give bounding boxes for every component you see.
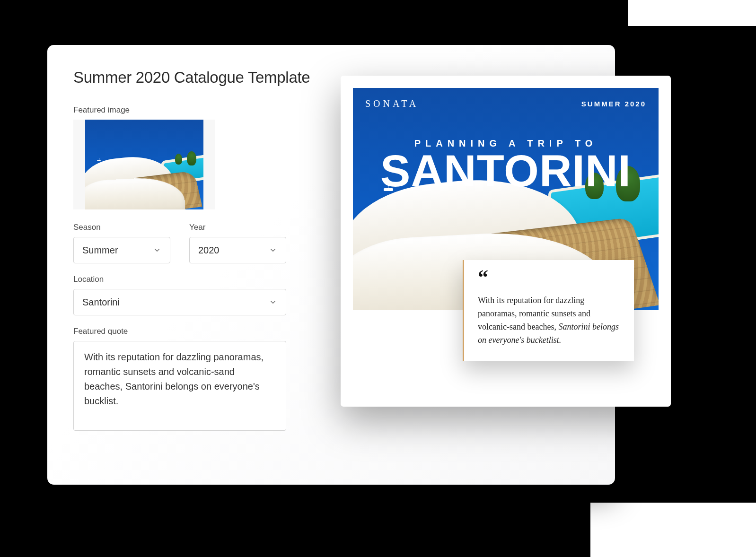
season-label: Season bbox=[73, 223, 170, 232]
year-label: Year bbox=[189, 223, 286, 232]
featured-quote-textarea[interactable] bbox=[73, 341, 286, 431]
preview-brand: SONATA bbox=[365, 98, 419, 109]
location-select[interactable]: Santorini bbox=[73, 289, 286, 315]
preview-quote-text: With its reputation for dazzling panoram… bbox=[478, 294, 620, 347]
featured-image-picker[interactable] bbox=[73, 120, 215, 209]
year-select[interactable]: 2020 bbox=[189, 237, 286, 263]
year-value: 2020 bbox=[198, 245, 220, 256]
decorative-white-bottom-right bbox=[590, 503, 756, 557]
chevron-down-icon bbox=[153, 246, 161, 254]
decorative-white-top-right bbox=[628, 0, 756, 26]
location-value: Santorini bbox=[82, 297, 120, 308]
form-column: Featured image Season Summer bbox=[73, 105, 286, 433]
quote-icon: “ bbox=[478, 272, 620, 283]
season-value: Summer bbox=[82, 245, 118, 256]
template-preview-card: SONATA SUMMER 2020 PLANNING A TRIP TO SA… bbox=[341, 76, 671, 407]
featured-image-label: Featured image bbox=[73, 105, 286, 115]
chevron-down-icon bbox=[269, 246, 277, 254]
featured-image-thumbnail bbox=[85, 120, 203, 209]
location-label: Location bbox=[73, 275, 286, 284]
season-select[interactable]: Summer bbox=[73, 237, 170, 263]
preview-headline: SANTORINI bbox=[353, 148, 659, 193]
preview-season-tag: SUMMER 2020 bbox=[581, 100, 646, 108]
featured-quote-label: Featured quote bbox=[73, 327, 286, 336]
chevron-down-icon bbox=[269, 298, 277, 306]
preview-quote-card: “ With its reputation for dazzling panor… bbox=[463, 260, 634, 361]
